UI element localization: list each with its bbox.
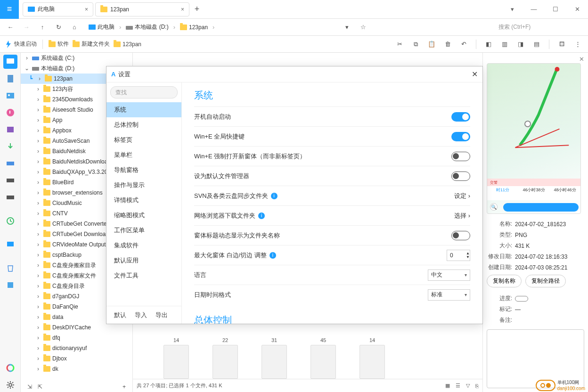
settings-nav-item[interactable]: 操作与显示 [106,178,181,193]
add-tab-button[interactable]: + [191,4,203,15]
videos-icon[interactable] [3,122,17,137]
forward-button[interactable]: → [20,21,33,34]
thumbnail[interactable]: 14 [161,337,191,379]
columns-icon[interactable]: ⎘ [475,383,479,389]
info-icon[interactable]: i [271,193,278,199]
quick-launch[interactable]: 快速启动 [5,40,37,48]
settings-nav-item[interactable]: 集成软件 [106,238,181,253]
close-icon[interactable]: ✕ [579,56,584,63]
documents-icon[interactable] [3,72,17,86]
apps-icon[interactable]: ⚃ [556,39,567,50]
view-grid-icon[interactable]: ▦ [445,383,450,389]
settings-reset-button[interactable]: 默认 [114,311,126,319]
close-icon[interactable]: × [85,6,88,13]
up-button[interactable]: ↑ [36,21,49,34]
minimize-button[interactable]: — [523,0,545,19]
copy-name-button[interactable]: 复制名称 [487,275,522,287]
settings-nav-item[interactable]: 工作区菜单 [106,223,181,238]
toggle-switch[interactable] [451,152,470,161]
breadcrumb-item[interactable]: 本地磁盘 (D:) [124,22,170,32]
breadcrumb-item[interactable]: 123pan [178,23,210,32]
breadcrumb-item[interactable]: 此电脑 [87,22,116,32]
tree-item[interactable]: ›dictionarysyuf [21,343,132,353]
recycle-icon[interactable] [3,261,17,275]
select-dropdown[interactable]: 标准▾ [428,289,470,301]
drive-c-icon[interactable] [3,156,17,171]
stepper-icon[interactable]: ▲▼ [466,252,470,259]
tree-collapse-all-icon[interactable]: ⇱ [38,384,42,390]
close-button[interactable]: ✕ [566,0,588,19]
thumbnail[interactable]: 22 [210,337,240,379]
info-icon[interactable]: i [258,212,265,219]
more-icon[interactable]: ⋮ [572,39,583,50]
copy-path-button[interactable]: 复制全路径 [525,275,566,287]
tree-expand-all-icon[interactable]: ⇲ [27,384,32,390]
desktop-icon[interactable] [3,55,17,69]
delete-icon[interactable]: 🗑 [442,39,453,50]
hamburger-menu[interactable]: ≡ [0,0,19,19]
view-list-icon[interactable]: ☰ [456,383,460,389]
toggle-switch[interactable] [451,172,470,181]
settings-nav-item[interactable]: 导航窗格 [106,163,181,178]
settings-nav-item[interactable]: 缩略图模式 [106,208,181,223]
cut-icon[interactable]: ✂ [394,39,405,50]
quick-folder[interactable]: 软件 [49,40,69,48]
settings-nav-item[interactable]: 文件工具 [106,268,181,283]
back-button[interactable]: ← [4,21,17,34]
close-icon[interactable]: × [181,6,184,13]
settings-nav-item[interactable]: 系统 [106,102,181,117]
thumbnail[interactable]: 31 [259,337,289,379]
panel-split-icon[interactable]: ▥ [499,39,510,50]
settings-nav-item[interactable]: 标签页 [106,132,181,147]
select-dropdown[interactable]: 中文▾ [428,270,470,281]
panel-dual-icon[interactable]: ▤ [531,39,542,50]
music-icon[interactable] [3,106,17,120]
drive-e-icon[interactable] [3,190,17,204]
toggle-switch[interactable] [451,112,470,122]
favorite-button[interactable]: ☆ [357,21,370,34]
option-action-link[interactable]: 设定› [454,192,470,200]
breadcrumb-history-button[interactable]: ▾ [341,21,354,34]
settings-gear-icon[interactable] [3,378,17,392]
tab-123pan[interactable]: 123pan × [95,2,189,16]
maximize-button[interactable]: ☐ [545,0,566,19]
filter-icon[interactable]: ▽ [466,383,470,389]
quick-folder[interactable]: 新建文件夹 [73,40,110,48]
close-icon[interactable]: ✕ [472,70,478,79]
tool-icon[interactable] [3,278,17,292]
downloads-icon[interactable] [3,139,17,154]
settings-nav-item[interactable]: 总体控制 [106,117,181,132]
option-action-link[interactable]: 选择› [454,212,470,220]
tree-item[interactable]: ›dfq [21,333,132,343]
settings-export-button[interactable]: 导出 [155,311,168,319]
window-menu-icon[interactable]: ▾ [501,0,523,19]
settings-nav-item[interactable]: 详情模式 [106,193,181,208]
settings-nav-item[interactable]: 菜单栏 [106,147,181,163]
refresh-button[interactable]: ↻ [52,21,65,34]
drive-d-icon[interactable] [3,173,17,188]
paste-icon[interactable]: 📋 [426,39,437,50]
tab-this-pc[interactable]: 此电脑 × [23,2,93,16]
settings-nav-item[interactable]: 默认应用 [106,253,181,268]
thumbnail[interactable]: 45 [308,337,338,379]
undo-icon[interactable]: ↶ [458,39,469,50]
panel-right-icon[interactable]: ◨ [515,39,526,50]
copy-icon[interactable]: ⧉ [410,39,421,50]
info-icon[interactable]: i [270,252,276,259]
history-icon[interactable] [3,214,17,228]
tree-plus-icon[interactable]: + [122,384,126,390]
settings-import-button[interactable]: 导入 [135,311,147,319]
search-input[interactable]: 搜索 (Ctrl+F) [495,21,584,33]
quick-folder[interactable]: 123pan [114,41,141,48]
thumbnail[interactable]: 14 [357,337,387,379]
panel-left-icon[interactable]: ◧ [483,39,494,50]
monitor-icon[interactable] [3,237,17,252]
tree-root[interactable]: ›系统磁盘 (C:) [21,53,132,63]
toggle-switch[interactable] [451,231,470,240]
pictures-icon[interactable] [3,89,17,103]
color-ring-icon[interactable] [3,361,17,375]
tree-item[interactable]: ›Djbox [21,353,132,364]
toggle-switch[interactable] [451,132,470,141]
tree-item[interactable]: ›dk [21,364,132,374]
settings-search-input[interactable]: 查找 [110,86,178,98]
